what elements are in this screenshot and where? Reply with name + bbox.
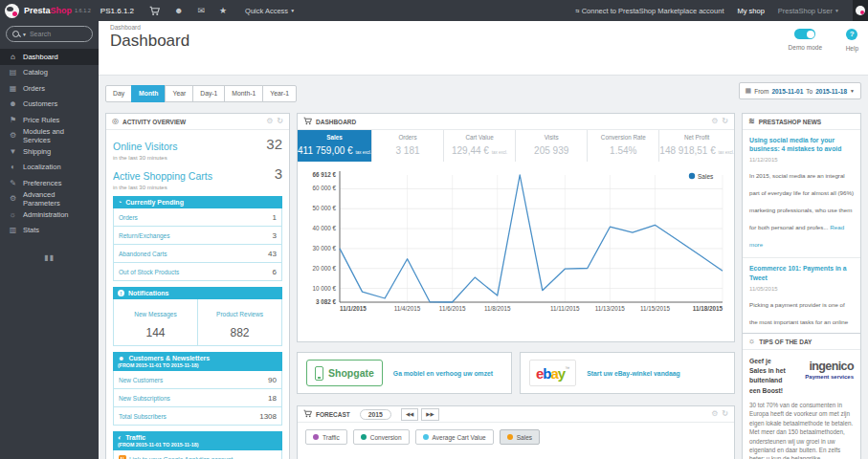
module-ads-row: Shopgate Ga mobiel en verhoog uw omzet e… bbox=[297, 352, 735, 394]
forecast-sales-toggle[interactable]: Sales bbox=[500, 429, 540, 445]
kpi-tab-sales[interactable]: Sales411 759,00 € tax excl. bbox=[298, 130, 372, 162]
out-of-stock-link[interactable]: Out of Stock Products bbox=[119, 269, 179, 275]
sidebar-item-orders[interactable]: ▦Orders bbox=[0, 80, 99, 97]
sidebar-item-customers[interactable]: ☻Customers bbox=[0, 97, 99, 113]
panel-title: ACTIVITY OVERVIEW bbox=[122, 119, 186, 125]
page-title: Dashboard bbox=[110, 32, 189, 51]
gear-icon[interactable]: ⚙ bbox=[711, 410, 718, 418]
forecast-legend: Traffic Conversion Average Cart Value Sa… bbox=[298, 423, 734, 451]
cart-icon[interactable] bbox=[149, 6, 160, 16]
traffic-header: ◐Traffic (FROM 2015-11-01 TO 2015-11-18) bbox=[113, 431, 282, 450]
period-month-1-button[interactable]: Month-1 bbox=[224, 85, 263, 102]
forecast-prev-button[interactable]: ◀◀ bbox=[401, 408, 418, 421]
forecast-year-select[interactable]: 2015 bbox=[360, 409, 391, 420]
returns-link[interactable]: Return/Exchanges bbox=[119, 232, 169, 239]
phone-icon bbox=[315, 366, 323, 381]
online-visitors-link[interactable]: Online Visitors bbox=[113, 141, 178, 152]
google-analytics-link[interactable]: Link to your Google Analytics account bbox=[119, 455, 233, 459]
period-day-button[interactable]: Day bbox=[105, 85, 132, 102]
search-box[interactable]: ▼ bbox=[6, 26, 93, 42]
orders-link[interactable]: Orders bbox=[119, 214, 138, 221]
active-carts-link[interactable]: Active Shopping Carts bbox=[113, 170, 212, 182]
forecast-traffic-toggle[interactable]: Traffic bbox=[305, 429, 347, 445]
sidebar-item-price-rules[interactable]: ⚑Price Rules bbox=[0, 112, 99, 128]
kpi-tab-cart-value[interactable]: Cart Value129,44 € tax excl. bbox=[444, 130, 516, 162]
sidebar-item-label: Customers bbox=[23, 99, 57, 108]
advanced-parameters-icon: ⚙ bbox=[9, 194, 17, 203]
search-icon bbox=[12, 31, 19, 37]
new-customers-link[interactable]: New Customers bbox=[119, 377, 163, 383]
traffic-dot-icon bbox=[313, 434, 319, 440]
demo-mode-toggle[interactable] bbox=[794, 29, 815, 39]
marketplace-link[interactable]: ⇆ Connect to PrestaShop Marketplace acco… bbox=[575, 7, 723, 15]
administration-icon: ☼ bbox=[9, 210, 17, 219]
svg-text:60 000 €: 60 000 € bbox=[312, 185, 336, 191]
prestashop-logo bbox=[5, 4, 19, 18]
date-range-picker[interactable]: ▦ From 2015-11-01 To 2015-11-18 ▼ bbox=[739, 82, 861, 99]
period-year-button[interactable]: Year bbox=[165, 85, 193, 102]
my-shop-link[interactable]: My shop bbox=[737, 7, 764, 15]
trademark-symbol: ™ bbox=[565, 365, 569, 371]
sidebar-item-catalog[interactable]: ▤Catalog bbox=[0, 65, 99, 81]
product-reviews-link[interactable]: Product Reviews bbox=[216, 311, 263, 317]
quick-access-menu[interactable]: Quick Access ▼ bbox=[245, 7, 295, 15]
ebay-letter: a bbox=[551, 363, 558, 383]
rss-icon: ≋ bbox=[748, 118, 755, 125]
gear-icon[interactable]: ⚙ bbox=[711, 118, 718, 125]
abandoned-carts-link[interactable]: Abandoned Carts bbox=[119, 251, 167, 257]
forecast-next-button[interactable]: ▶▶ bbox=[421, 408, 438, 421]
shopgate-link[interactable]: Ga mobiel en verhoog uw omzet bbox=[393, 370, 493, 377]
kpi-tab-net-profit[interactable]: Net Profit148 918,51 € tax excl. bbox=[659, 130, 734, 162]
new-messages-link[interactable]: New Messages bbox=[134, 311, 176, 317]
tip-body: 30 tot 70% van de consumenten in Europa … bbox=[749, 401, 854, 459]
help-icon[interactable]: ? bbox=[846, 29, 857, 40]
trophy-icon[interactable]: ★ bbox=[219, 7, 227, 15]
period-day-1-button[interactable]: Day-1 bbox=[192, 85, 225, 102]
shipping-icon: ▼ bbox=[9, 147, 17, 156]
sidebar-item-shipping[interactable]: ▼Shipping bbox=[0, 143, 99, 160]
period-month-button[interactable]: Month bbox=[131, 85, 166, 102]
chevron-down-icon[interactable]: ▼ bbox=[22, 32, 27, 37]
refresh-icon[interactable]: ↻ bbox=[277, 118, 283, 125]
ebay-link[interactable]: Start uw eBay-winkel vandaag bbox=[587, 370, 679, 377]
customers-icon: ☻ bbox=[118, 355, 124, 361]
avatar[interactable] bbox=[853, 0, 868, 21]
kpi-tab-orders[interactable]: Orders3 181 bbox=[372, 130, 444, 162]
row-value: 3 bbox=[273, 231, 277, 240]
article-title-link[interactable]: Using social media for your business: 4 … bbox=[749, 136, 854, 153]
currently-pending-rows: Orders1 Return/Exchanges3 Abandoned Cart… bbox=[113, 208, 282, 281]
refresh-icon[interactable]: ↻ bbox=[722, 118, 728, 125]
sidebar-item-preferences[interactable]: ✎Preferences bbox=[0, 175, 99, 191]
forecast-conversion-toggle[interactable]: Conversion bbox=[353, 429, 410, 445]
range-to-date: 2015-11-18 bbox=[815, 88, 847, 95]
customers-icon[interactable]: ☻ bbox=[174, 7, 183, 15]
period-year-1-button[interactable]: Year-1 bbox=[262, 85, 297, 102]
product-reviews-cell: Product Reviews882 bbox=[198, 299, 281, 345]
messages-icon[interactable]: ✉ bbox=[197, 7, 205, 15]
sidebar-item-dashboard[interactable]: ⌂Dashboard bbox=[0, 49, 99, 65]
preferences-icon: ✎ bbox=[9, 179, 17, 187]
sidebar-item-modules[interactable]: ⚙Modules and Services bbox=[0, 128, 99, 144]
period-button-group: Day Month Year Day-1 Month-1 Year-1 bbox=[105, 85, 297, 102]
new-messages-cell: New Messages144 bbox=[114, 299, 198, 345]
sidebar-collapse-button[interactable]: ▮▮ bbox=[0, 253, 99, 262]
row-value: 6 bbox=[273, 268, 277, 276]
article-title-link[interactable]: Ecommerce 101: Payments in a Tweet bbox=[749, 264, 854, 281]
user-menu[interactable]: PrestaShop User ▼ bbox=[778, 7, 839, 15]
forecast-avg-cart-toggle[interactable]: Average Cart Value bbox=[415, 429, 494, 445]
new-subscriptions-link[interactable]: New Subscriptions bbox=[119, 395, 170, 402]
refresh-icon[interactable]: ↻ bbox=[722, 410, 728, 418]
sidebar-item-label: Catalog bbox=[23, 68, 48, 76]
sidebar-item-stats[interactable]: ▥Stats bbox=[0, 223, 99, 239]
total-subscribers-link[interactable]: Total Subscribers bbox=[119, 413, 167, 420]
search-input[interactable] bbox=[30, 31, 86, 37]
kpi-tab-conversion-rate[interactable]: Conversion Rate1.54% bbox=[588, 130, 659, 162]
gear-icon[interactable]: ⚙ bbox=[266, 118, 273, 125]
sidebar-item-localization[interactable]: ◐Localization bbox=[0, 160, 99, 176]
row-value: 90 bbox=[268, 376, 277, 384]
kpi-tab-visits[interactable]: Visits205 939 bbox=[516, 130, 588, 162]
sidebar-item-label: Preferences bbox=[23, 179, 61, 187]
sidebar-item-advanced-parameters[interactable]: ⚙Advanced Parameters bbox=[0, 191, 99, 208]
ingenico-logo-subtext: Payment services bbox=[790, 374, 854, 381]
sidebar-item-administration[interactable]: ☼Administration bbox=[0, 207, 99, 223]
